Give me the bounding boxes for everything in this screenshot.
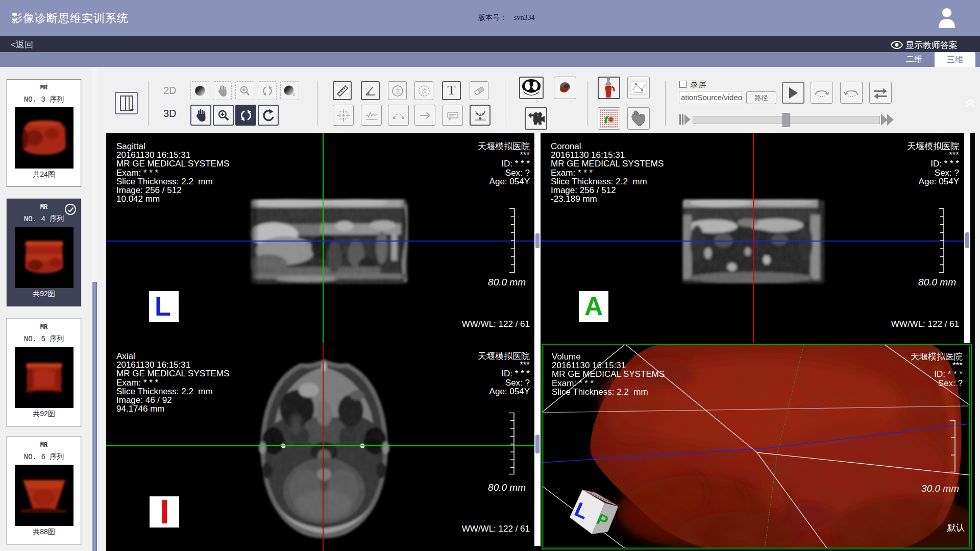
svg-text:次: 次 (422, 88, 427, 94)
svg-text:c: c (293, 92, 296, 97)
svg-text:主: 主 (395, 88, 401, 94)
